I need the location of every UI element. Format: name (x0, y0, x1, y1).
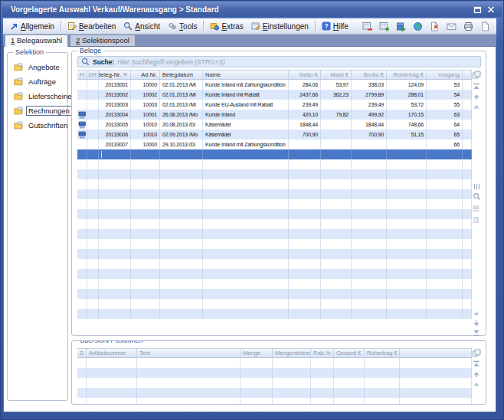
tab-belegauswahl[interactable]: 1 Belegauswahl (5, 34, 68, 47)
grid-lines-button[interactable] (471, 182, 482, 192)
table-row[interactable]: 201330071000029.10.2013 /DiKunde Inland … (77, 139, 472, 149)
table-row-empty[interactable] (77, 159, 472, 169)
table-row-empty[interactable] (77, 279, 472, 289)
aggregate-button[interactable]: SA (471, 203, 482, 213)
new-document-button[interactable] (479, 21, 491, 32)
column-header[interactable]: Vorgang (427, 71, 463, 79)
column-header[interactable]: Name (203, 71, 289, 79)
table-row-empty[interactable] (77, 358, 472, 368)
cell: 26.08.2013 /Mo (160, 110, 203, 120)
column-header[interactable]: DR (87, 71, 99, 79)
sidebar-item-lieferscheine[interactable]: Lieferscheine (8, 89, 67, 103)
column-header[interactable]: Menge (241, 349, 273, 357)
column-header[interactable]: Ad.Nr. (131, 71, 160, 79)
row-count-button[interactable]: 73 (471, 215, 482, 225)
tab-selektionspool[interactable]: 2 Selektionspool (70, 34, 136, 46)
column-header[interactable]: Gesamt € (334, 349, 365, 357)
table-row-empty[interactable] (77, 388, 472, 398)
column-header[interactable]: FI (77, 71, 87, 79)
column-chooser-button[interactable] (471, 348, 482, 358)
scroll-up-button[interactable] (471, 91, 482, 101)
table-row-empty[interactable] (77, 368, 472, 378)
cell: 284,06 (289, 80, 321, 90)
page-export-button[interactable] (429, 21, 440, 32)
column-chooser-button[interactable] (471, 70, 482, 80)
scroll-bottom-button[interactable] (471, 327, 482, 337)
column-header[interactable]: Rab.% (311, 349, 334, 357)
column-header[interactable]: Artikelnummer (87, 349, 137, 357)
table-row[interactable]: 201330041000126.08.2013 /MoKunde Inland4… (77, 110, 472, 120)
column-header[interactable]: Belegdatum (160, 71, 203, 79)
menu-allgemein[interactable]: Allgemein (6, 19, 58, 33)
table-row-empty[interactable] (77, 259, 472, 269)
table-row[interactable]: 201330051001020.08.2013 /DiKäsemädel1848… (77, 120, 472, 130)
scroll-top-button[interactable] (471, 359, 482, 369)
column-header[interactable]: Beleg-Nr. (99, 71, 131, 79)
sidebar-item-rechnungen[interactable]: Rechnungen (8, 103, 67, 118)
table-row-empty[interactable] (77, 169, 472, 179)
mail-button[interactable] (446, 21, 457, 32)
column-header[interactable]: Brutto € (352, 71, 387, 79)
close-button[interactable] (485, 5, 497, 15)
restore-button[interactable] (471, 5, 483, 15)
table-row[interactable]: 201330031000302.01.2013 /MiKunde EU-Ausl… (77, 100, 472, 110)
table-row-empty[interactable] (77, 219, 472, 229)
table-row-empty[interactable] (77, 309, 472, 319)
table-row-empty[interactable] (77, 199, 472, 209)
table-row-empty[interactable] (77, 229, 472, 239)
column-header[interactable] (400, 349, 472, 357)
cell (203, 239, 289, 249)
sidebar-item-aufträge[interactable]: Aufträge (8, 74, 67, 89)
cell: 20133004 (99, 110, 131, 120)
scroll-up2-button[interactable] (471, 101, 482, 111)
menu-einstellungen[interactable]: Einstellungen (247, 19, 313, 33)
cell (387, 279, 427, 289)
column-header[interactable]: Mengeneinheit (273, 349, 311, 357)
table-row-empty[interactable] (77, 269, 472, 279)
search-input[interactable]: Suche: Hier Suchbegriff eingeben (STRG+S… (77, 56, 481, 67)
column-header-label: Brutto € (364, 71, 384, 79)
menu-bearbeiten[interactable]: Bearbeiten (64, 19, 119, 33)
table-row[interactable]: 201330061001002.09.2013 /MoKäsemädel700,… (77, 130, 472, 139)
table-delete-button[interactable] (362, 21, 373, 32)
menu-ansicht[interactable]: Ansicht (119, 19, 164, 33)
table-row-empty[interactable] (77, 398, 472, 405)
sidebar-item-gutschriften[interactable]: Gutschriften (8, 118, 67, 133)
table-row-empty[interactable] (77, 179, 472, 189)
table-row-empty[interactable] (77, 239, 472, 249)
column-header[interactable]: Mwst € (321, 71, 352, 79)
scroll-top-button[interactable] (471, 81, 482, 91)
sidebar-item-label: Lieferscheine (26, 91, 74, 101)
table-row[interactable]: 201330011000002.01.2013 /MiKunde Inland … (77, 80, 472, 90)
column-header[interactable]: S (77, 349, 87, 357)
table-row-empty[interactable] (77, 249, 472, 259)
export-package-button[interactable] (395, 21, 407, 32)
scroll-up-button[interactable] (471, 369, 482, 379)
print-button[interactable] (463, 21, 474, 32)
cell (99, 309, 131, 319)
globe-button[interactable] (412, 21, 424, 32)
cell (131, 309, 160, 319)
selected-row[interactable] (77, 149, 472, 159)
menu-tools[interactable]: Tools (164, 19, 201, 33)
column-header[interactable]: Text (137, 349, 241, 357)
table-row-empty[interactable] (77, 299, 472, 309)
sidebar-item-angebote[interactable]: Angebote (8, 60, 67, 74)
cell (427, 179, 463, 189)
cell (289, 149, 321, 159)
cell (365, 358, 400, 368)
scroll-up2-button[interactable] (471, 379, 482, 389)
column-header[interactable]: Netto € (289, 71, 321, 79)
table-row-empty[interactable] (77, 209, 472, 219)
column-header[interactable]: Rohertrag € (365, 349, 400, 357)
column-header[interactable]: Rohertrag € (387, 71, 427, 79)
menu-extras[interactable]: Extras (206, 19, 247, 33)
table-row-empty[interactable] (77, 289, 472, 299)
table-row-empty[interactable] (77, 378, 472, 388)
zoom-table-button[interactable] (471, 192, 482, 202)
menu-hilfe[interactable]: ?Hilfe (318, 19, 352, 33)
table-row[interactable]: 201330021000202.01.2013 /MiKunde Inland … (77, 90, 472, 100)
cell (87, 179, 99, 189)
table-add-button[interactable] (378, 21, 390, 32)
table-row-empty[interactable] (77, 189, 472, 199)
